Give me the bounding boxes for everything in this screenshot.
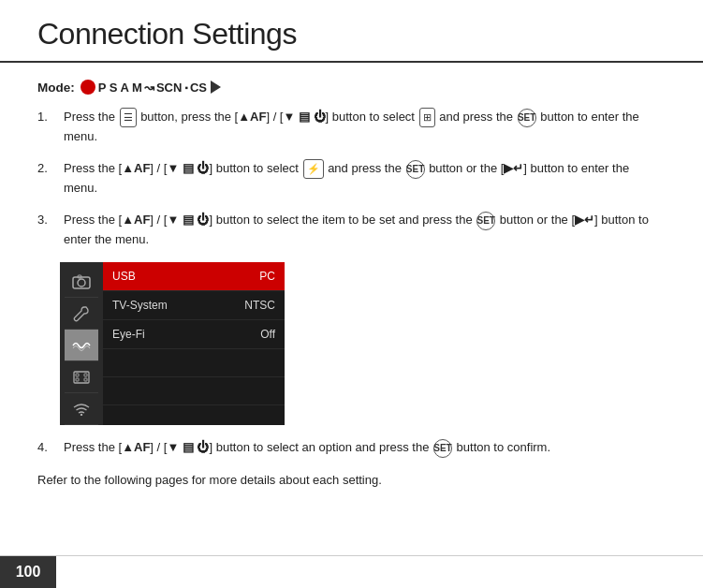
menu-label-tv-system: TV-System [112, 299, 168, 312]
mode-label: Mode: [37, 81, 75, 95]
menu-content: USB PC TV-System NTSC Eye-Fi Off [103, 262, 285, 425]
menu-row-eye-fi: Eye-Fi Off [103, 320, 285, 349]
set-button-3-icon: SET [476, 212, 495, 230]
scn-icon: SCN [156, 81, 182, 95]
set-button-4-icon: SET [433, 439, 452, 458]
menu-value-eye-fi: Off [260, 328, 275, 341]
menu-row-usb: USB PC [103, 262, 285, 291]
page-title: Connection Settings [37, 17, 666, 51]
svg-rect-4 [76, 374, 79, 376]
sidebar-film-icon [65, 361, 98, 393]
psam-icon: P S A M [98, 81, 142, 95]
arrow-right-icon: ↝ [144, 81, 154, 95]
step-3-number: 3. [37, 211, 64, 229]
header-section: Connection Settings [0, 0, 703, 63]
refer-text: Refer to the following pages for more de… [37, 473, 666, 487]
sidebar-wireless-icon [65, 393, 98, 425]
step-2-text: Press the [▲AF] / [▼ ▤ ⏻] button to sele… [64, 159, 666, 198]
step-4-text: Press the [▲AF] / [▼ ▤ ⏻] button to sele… [64, 438, 666, 458]
menu-value-tv-system: NTSC [244, 299, 275, 312]
grid-icon: ⊞ [419, 108, 435, 127]
menu-row-empty-2 [103, 377, 285, 405]
page-bottom-line [0, 555, 703, 556]
page-container: Connection Settings Mode: P S A M ↝ SCN … [0, 0, 703, 588]
svg-rect-5 [76, 378, 79, 381]
menu-label-usb: USB [112, 270, 136, 283]
network-icon: ⚡ [303, 159, 324, 179]
steps-list: 1. Press the ☰ button, press the [▲AF] /… [37, 108, 666, 249]
menu-button-icon: ☰ [120, 108, 137, 127]
sidebar-camera-icon [65, 266, 98, 298]
step-3-text: Press the [▲AF] / [▼ ▤ ⏻] button to sele… [64, 211, 666, 249]
menu-value-usb: PC [259, 270, 275, 283]
content-section: Mode: P S A M ↝ SCN ▪ CS 1. Press the ☰ … [0, 63, 703, 487]
step-2: 2. Press the [▲AF] / [▼ ▤ ⏻] button to s… [37, 159, 666, 198]
set-button-icon: SET [518, 109, 536, 127]
step-2-number: 2. [37, 159, 64, 178]
page-number-box: 100 [0, 556, 56, 588]
cs-icon: CS [190, 81, 207, 95]
step-1-number: 1. [37, 108, 64, 126]
mode-line: Mode: P S A M ↝ SCN ▪ CS [37, 80, 666, 95]
dot-icon: ▪ [184, 82, 188, 93]
menu-row-empty-1 [103, 349, 285, 377]
svg-point-8 [81, 413, 82, 415]
svg-point-1 [78, 279, 85, 287]
step-1: 1. Press the ☰ button, press the [▲AF] /… [37, 108, 666, 146]
step-3: 3. Press the [▲AF] / [▼ ▤ ⏻] button to s… [37, 211, 666, 249]
step-1-text: Press the ☰ button, press the [▲AF] / [▼… [64, 108, 666, 146]
page-number: 100 [16, 564, 41, 581]
menu-row-tv-system: TV-System NTSC [103, 291, 285, 320]
menu-label-eye-fi: Eye-Fi [112, 328, 145, 341]
svg-rect-7 [84, 378, 87, 381]
step-4: 4. Press the [▲AF] / [▼ ▤ ⏻] button to s… [37, 438, 666, 458]
menu-sidebar [60, 262, 103, 425]
red-circle-icon [81, 80, 95, 95]
menu-screenshot: USB PC TV-System NTSC Eye-Fi Off [60, 262, 285, 425]
sidebar-wrench-icon [65, 298, 98, 330]
sidebar-wave-icon [65, 330, 98, 361]
step-4-number: 4. [37, 438, 64, 457]
play-icon [211, 81, 221, 94]
svg-rect-6 [84, 374, 87, 376]
set-button-2-icon: SET [406, 160, 425, 179]
